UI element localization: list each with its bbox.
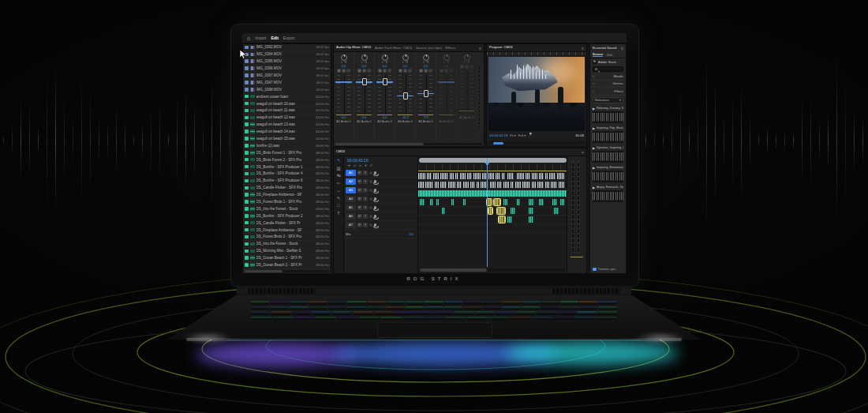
project-scrollbar[interactable] [245, 270, 329, 272]
fader-handle[interactable] [424, 90, 428, 97]
audio-clip[interactable] [490, 182, 496, 188]
bin-row[interactable]: DS_Fireplace Ambience - SF48000 Hz [243, 227, 331, 234]
track-arm-button[interactable] [369, 197, 372, 201]
track-solo-button[interactable]: S [363, 223, 368, 227]
tool-selection-icon[interactable]: ↖ [337, 158, 341, 163]
track-mute-button[interactable]: M [357, 197, 362, 201]
keyframe-button[interactable]: • [449, 69, 453, 73]
audio-clip[interactable] [463, 199, 466, 205]
bin-row[interactable]: DS_Bonfire - SFX Producer 248000 Hz [243, 212, 331, 220]
mixer-tab[interactable]: Effects [446, 44, 456, 52]
category-moods[interactable]: ›Moods [590, 73, 626, 81]
bin-row[interactable]: IMG_0398.MOV48.00 fps [243, 86, 331, 93]
bin-row[interactable]: seagull on beach 15.wav44100 Hz [243, 136, 331, 143]
keyframe-button[interactable]: • [428, 69, 432, 73]
track-header-A5[interactable]: A5MS [344, 204, 417, 212]
bin-row[interactable]: seagull on beach 13.wav44100 Hz [243, 122, 331, 129]
program-timecode[interactable]: 00:03:42:19 [489, 133, 507, 137]
audio-clip[interactable] [511, 208, 515, 214]
bin-row[interactable]: ambient ocean foam44100 Hz [243, 93, 331, 100]
panel-menu-icon[interactable]: ≡ [479, 46, 481, 51]
bin-row[interactable]: DS_Morning Mist - Steffan S48000 Hz [243, 248, 331, 255]
audio-clip[interactable] [539, 173, 544, 179]
track-header-A4[interactable]: A4MS [344, 195, 417, 204]
audio-clip[interactable] [502, 173, 505, 179]
mute-button[interactable]: M [440, 69, 443, 73]
audio-clip[interactable] [507, 216, 512, 223]
bin-row[interactable]: DS_Ocean Beach 1 - SFX Pr48000 Hz [243, 255, 331, 262]
stock-result-item[interactable]: ▶Dynamic, Inspiring, Ho [590, 145, 626, 164]
bin-row[interactable]: seagull on beach 14.wav44100 Hz [243, 129, 331, 136]
audio-clip[interactable] [499, 216, 505, 223]
audio-clip[interactable] [440, 182, 447, 188]
panel-menu-icon[interactable]: ≡ [582, 46, 584, 51]
timeline-zoom-scrollbar[interactable] [419, 158, 567, 163]
track-arm-button[interactable] [369, 180, 372, 183]
fader[interactable] [354, 74, 374, 115]
audio-clip[interactable] [511, 182, 514, 188]
tool-razor-icon[interactable]: ✂ [337, 181, 341, 186]
track-target-A3[interactable]: A3 [346, 187, 356, 193]
track-arm-button[interactable] [369, 206, 372, 209]
bin-row[interactable]: IMG_0397.MOV48.00 fps [243, 73, 331, 80]
track-header-A2[interactable]: A2MS [344, 178, 417, 186]
search-input[interactable] [593, 66, 623, 72]
stock-result-item[interactable]: ▶Inspiring, Pop, Backgro [590, 125, 626, 145]
fader[interactable] [436, 74, 456, 115]
mute-button[interactable]: M [357, 69, 361, 73]
audio-clip[interactable] [532, 182, 537, 188]
tool-slip-icon[interactable]: ↔ [336, 188, 341, 193]
track-target-A5[interactable]: A5 [346, 205, 356, 211]
audio-clip[interactable] [560, 199, 565, 205]
header-tab-edit[interactable]: Edit [271, 33, 278, 43]
mute-button[interactable]: M [460, 65, 464, 69]
audio-clip[interactable] [552, 199, 557, 205]
mixer-tab[interactable]: Audio Clip Mixer: CM24 [336, 44, 371, 52]
snap-icon[interactable]: ∪ [354, 163, 356, 167]
mixer-scrollbar[interactable] [335, 143, 482, 145]
play-icon[interactable]: ▶ [593, 146, 595, 150]
keyframe-button[interactable]: • [387, 69, 391, 73]
audio-clip[interactable] [420, 199, 425, 205]
audio-clip[interactable] [435, 182, 440, 188]
audio-clip[interactable] [529, 216, 533, 223]
bin-row[interactable]: DS_Forest Birds 1 - SFX Pro48000 Hz [243, 199, 331, 206]
mixer-tab[interactable]: Source: (no clips) [416, 44, 442, 52]
audio-clip[interactable] [554, 208, 559, 214]
category-filters[interactable]: ›Filters [590, 88, 626, 96]
track-solo-button[interactable]: S [363, 214, 368, 219]
track-arm-button[interactable] [369, 171, 372, 175]
pan-knob[interactable] [361, 54, 368, 61]
audio-clip[interactable] [450, 173, 455, 179]
timeline-lane-A7[interactable] [418, 224, 567, 233]
track-target-A6[interactable]: A6 [346, 213, 356, 220]
marker-icon[interactable]: ▾ [365, 163, 366, 167]
timeline-sync-toggle[interactable]: ✓ Timeline sync [593, 268, 616, 272]
audio-clip[interactable] [545, 182, 550, 188]
bin-row[interactable]: DS_Birds Forest 1 - SFX Pro48000 Hz [243, 149, 331, 156]
bin-row[interactable]: DS_Ocean Beach 2 - SFX Pr48000 Hz [243, 262, 331, 269]
audio-clip[interactable] [526, 173, 530, 179]
audio-clip[interactable] [455, 173, 458, 179]
audio-clip[interactable] [488, 173, 495, 179]
audio-clip[interactable] [537, 182, 544, 188]
program-scrub-bar[interactable] [488, 141, 585, 145]
stock-result-item[interactable]: ▶Inspiring, Emotional, P [590, 164, 626, 184]
audio-clip[interactable] [497, 208, 504, 214]
close-icon[interactable]: × [582, 150, 584, 155]
fader[interactable] [375, 74, 395, 115]
audio-clip[interactable] [545, 173, 548, 179]
track-solo-button[interactable]: S [363, 197, 368, 201]
audio-clip[interactable] [497, 182, 502, 188]
header-tab-export[interactable]: Export [283, 33, 294, 43]
panel-menu-icon[interactable]: ≡ [621, 46, 623, 51]
keyframe-button[interactable]: • [346, 69, 350, 73]
bin-row[interactable]: bonfire (2).wav48000 Hz [243, 142, 331, 149]
linked-selection-icon[interactable]: ∞ [359, 163, 361, 167]
mute-button[interactable]: M [398, 69, 402, 73]
track-mute-button[interactable]: M [357, 223, 362, 227]
bin-row[interactable]: IMG_0347.MOV48.00 fps [243, 79, 331, 86]
track-solo-button[interactable]: S [363, 205, 368, 210]
bin-row[interactable]: seagull on beach 11.wav44100 Hz [243, 107, 331, 115]
bin-row[interactable]: IMG_0396.MOV48.00 fps [243, 66, 331, 73]
